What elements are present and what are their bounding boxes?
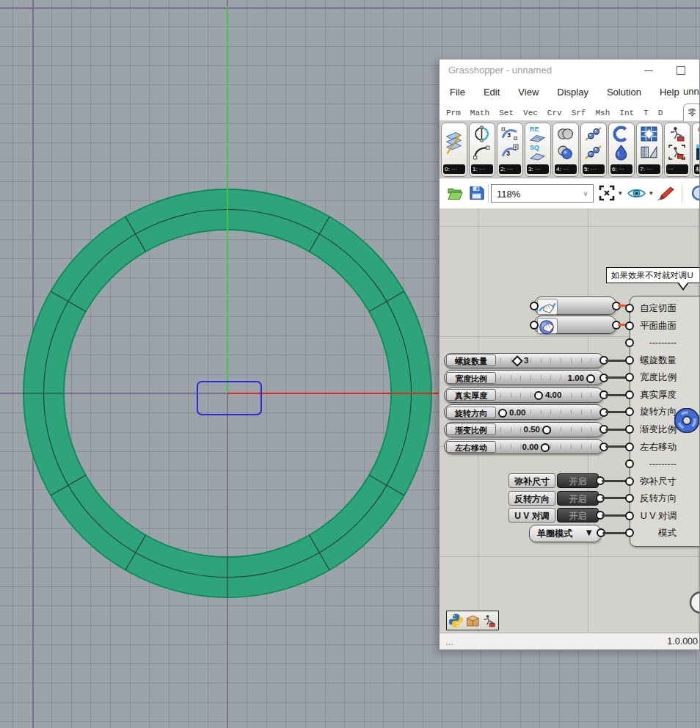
palette-group-2[interactable]: 332: ··· [497,123,523,177]
preview-caret-icon[interactable]: ▾ [649,189,653,197]
partial-toolbar-icon[interactable] [689,184,700,202]
slider-knob[interactable] [534,391,543,400]
toggle-name-tag[interactable]: 弥补尺寸 [508,473,555,488]
toggle-button-2[interactable]: 开启 [557,508,599,523]
cluster-input-port[interactable] [625,390,634,399]
minimize-button[interactable]: — [639,64,658,77]
drop-icon[interactable] [611,144,631,161]
tab-d[interactable]: D [658,109,663,120]
cluster-input-port[interactable] [625,304,634,313]
palette-group-4[interactable]: 4: ··· [553,123,579,177]
cluster-input-port[interactable] [625,338,634,347]
palette-group-8[interactable]: ··· [664,123,690,177]
tween-curve-icon[interactable]: 3 [500,125,519,142]
palette-group-label[interactable]: 5: ··· [583,164,605,174]
slider-name-tag[interactable]: 螺旋数量 [446,354,496,366]
palette-group-label[interactable]: 3: ··· [527,164,549,174]
circle-icon[interactable] [472,125,492,142]
cluster-input-port[interactable] [625,528,634,537]
menu-item-display[interactable]: Display [557,87,588,98]
slider-4[interactable]: 渐变比例0.50 [444,422,604,437]
slider-name-tag[interactable]: 旋转方向 [446,407,496,418]
slider-1[interactable]: 宽度比例1.00 [444,370,604,385]
rebuild-surface-icon[interactable]: RE [528,125,547,142]
python-icon[interactable] [448,613,464,629]
tab-crv[interactable]: Crv [547,109,562,120]
mesh-mirror-icon[interactable] [639,144,659,161]
maximize-button[interactable] [671,64,690,77]
region-sphere-icon[interactable] [555,144,575,161]
combo-chevron-icon[interactable]: ˅ [583,185,588,203]
slider-knob[interactable] [586,374,595,383]
palette-group-9[interactable]: 材质 [692,123,700,177]
menu-item-edit[interactable]: Edit [484,87,500,98]
menu-item-solution[interactable]: Solution [607,87,641,98]
title-bar[interactable]: Grasshopper - unnamed — [440,59,699,81]
params-stack-icon[interactable] [444,126,464,160]
kangaroo-select-icon[interactable] [667,144,687,161]
tab-set[interactable]: Set [499,109,514,120]
tab-prm[interactable]: Prm [446,109,461,120]
cluster-input-port[interactable] [625,494,634,503]
slider-0[interactable]: 螺旋数量3 [444,353,604,368]
tab-msh[interactable]: Msh [595,109,610,120]
zoom-extents-caret-icon[interactable]: ▾ [619,189,622,197]
selected-rectangle-curve[interactable] [197,381,262,415]
tab-math[interactable]: Math [470,109,489,120]
dropdown-label[interactable]: 单圈模式 [537,528,572,540]
slider-knob[interactable] [541,443,550,452]
kangaroo-dancer-icon[interactable] [667,125,687,142]
package-box-icon[interactable] [465,613,481,629]
palette-group-6[interactable]: 6: ··· [608,123,635,177]
kangaroo-dancer-icon[interactable] [481,613,497,629]
menu-item-view[interactable]: View [518,87,539,98]
zoom-level-combo[interactable]: 118% ˅ [491,184,594,203]
tab-srf[interactable]: Srf [572,109,586,120]
divide-curve-icon[interactable] [583,125,603,142]
canvas-compass-icon[interactable] [685,583,699,616]
tab-vec[interactable]: Vec [523,109,538,120]
tab-int[interactable]: Int [619,109,634,120]
palette-group-7[interactable]: 7: ··· [636,123,663,177]
mesh-patch-icon[interactable] [639,125,659,142]
slider-name-tag[interactable]: 左右移动 [446,441,496,453]
cluster-input-port[interactable] [625,407,634,416]
palette-group-label[interactable]: ··· [666,164,688,174]
material-sphere-icon[interactable] [695,144,700,161]
grasshopper-canvas[interactable]: 如果效果不对就对调U螺旋数量3宽度比例1.00真实厚度4.00旋转方向0.00渐… [440,208,699,633]
slider-name-tag[interactable]: 渐变比例 [446,423,496,435]
cluster-input-port[interactable] [625,443,634,451]
slider-3[interactable]: 旋转方向0.00 [444,404,604,420]
mode-dropdown[interactable]: 单圈模式▼ [529,525,601,542]
param-component-1[interactable] [534,316,616,334]
toggle-button-1[interactable]: 开启 [557,491,599,506]
palette-group-label[interactable]: 材质 [694,164,700,174]
palette-group-3[interactable]: RESQ3: ··· [525,123,551,177]
region-union-icon[interactable] [555,125,575,142]
palette-group-1[interactable]: 1: ··· [469,123,495,177]
dropdown-arrow-icon[interactable]: ▼ [584,527,594,538]
palette-group-5[interactable]: 5: ··· [580,123,607,177]
slider-name-tag[interactable]: 宽度比例 [446,372,496,384]
arc-icon[interactable] [472,144,492,161]
menu-item-file[interactable]: File [450,87,465,98]
grasshopper-window[interactable]: Grasshopper - unnamed — FileEditViewDisp… [439,59,700,650]
palette-group-0[interactable]: 0: ··· [441,123,467,177]
palette-group-label[interactable]: 2: ··· [499,164,521,174]
palette-group-label[interactable]: 6: ··· [610,164,632,174]
zoom-extents-icon[interactable] [598,184,616,202]
slider-knob[interactable] [498,409,507,418]
param-component-0[interactable] [534,296,616,315]
tween-curve-plus-icon[interactable]: 3 [500,144,519,161]
toggle-name-tag[interactable]: U V 对调 [508,508,555,523]
sketch-pen-icon[interactable] [655,185,675,202]
param-input-port[interactable] [530,302,539,310]
cluster-input-port[interactable] [625,477,634,486]
cluster-input-port[interactable] [625,373,634,382]
tab-selected-partial[interactable]: 零 [683,103,700,121]
palette-group-label[interactable]: 7: ··· [638,164,660,174]
preview-eye-icon[interactable] [627,186,646,200]
crv-letter-icon[interactable] [611,125,631,142]
slider-5[interactable]: 左右移动0.00 [444,439,604,454]
open-file-icon[interactable] [447,185,464,201]
